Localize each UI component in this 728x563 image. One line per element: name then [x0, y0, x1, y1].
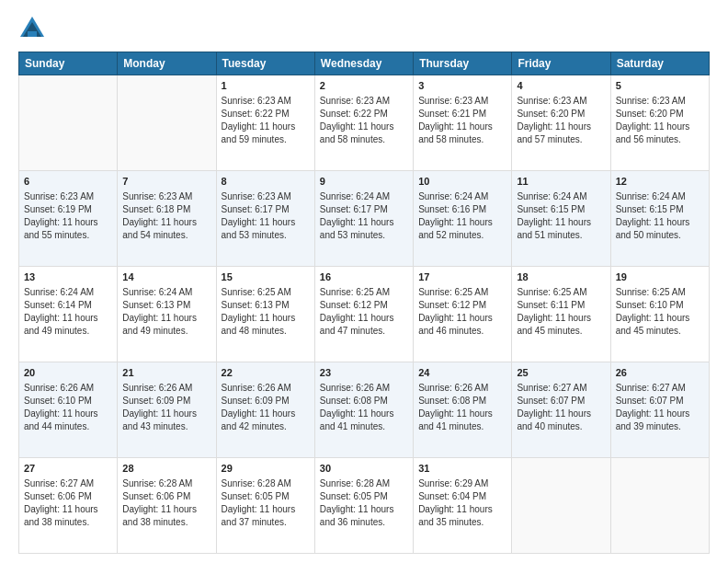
day-info: Daylight: 11 hours	[24, 503, 112, 516]
calendar-cell: 21Sunrise: 6:26 AMSunset: 6:09 PMDayligh…	[118, 362, 216, 458]
day-header-saturday: Saturday	[610, 52, 709, 75]
day-info: Sunrise: 6:24 AM	[320, 190, 408, 203]
calendar-table: SundayMondayTuesdayWednesdayThursdayFrid…	[18, 52, 710, 554]
day-number: 11	[517, 175, 605, 189]
day-header-monday: Monday	[118, 52, 216, 75]
day-info: Daylight: 11 hours	[418, 408, 506, 420]
day-number: 7	[122, 175, 210, 189]
calendar-cell: 27Sunrise: 6:27 AMSunset: 6:06 PMDayligh…	[19, 458, 118, 554]
calendar-cell: 16Sunrise: 6:25 AMSunset: 6:12 PMDayligh…	[314, 267, 413, 362]
calendar-cell: 30Sunrise: 6:28 AMSunset: 6:05 PMDayligh…	[314, 458, 413, 554]
day-info: and 55 minutes.	[24, 229, 112, 242]
day-info: Sunrise: 6:25 AM	[418, 286, 506, 299]
calendar-cell: 15Sunrise: 6:25 AMSunset: 6:13 PMDayligh…	[216, 267, 314, 362]
header	[18, 15, 710, 42]
calendar-cell: 13Sunrise: 6:24 AMSunset: 6:14 PMDayligh…	[19, 267, 118, 362]
calendar-cell: 28Sunrise: 6:28 AMSunset: 6:06 PMDayligh…	[118, 458, 216, 554]
logo	[18, 15, 50, 42]
day-info: Sunset: 6:16 PM	[418, 203, 506, 216]
day-info: and 50 minutes.	[616, 229, 704, 242]
calendar-cell: 19Sunrise: 6:25 AMSunset: 6:10 PMDayligh…	[610, 267, 709, 362]
day-info: Daylight: 11 hours	[616, 312, 704, 325]
svg-rect-2	[28, 31, 37, 37]
day-info: Sunset: 6:09 PM	[122, 395, 210, 408]
calendar-cell: 2Sunrise: 6:23 AMSunset: 6:22 PMDaylight…	[314, 75, 413, 171]
calendar-cell: 26Sunrise: 6:27 AMSunset: 6:07 PMDayligh…	[610, 362, 709, 458]
day-info: Sunset: 6:20 PM	[517, 108, 605, 121]
calendar-cell: 10Sunrise: 6:24 AMSunset: 6:16 PMDayligh…	[414, 171, 512, 267]
day-number: 1	[222, 79, 310, 93]
day-info: Sunrise: 6:24 AM	[418, 190, 506, 203]
day-info: and 51 minutes.	[517, 229, 605, 242]
day-info: Sunset: 6:05 PM	[222, 490, 310, 503]
day-info: Daylight: 11 hours	[320, 312, 408, 325]
day-info: Sunset: 6:06 PM	[24, 490, 112, 503]
day-info: and 47 minutes.	[320, 325, 408, 338]
day-number: 21	[122, 366, 210, 380]
day-number: 26	[616, 366, 704, 380]
day-number: 18	[517, 270, 605, 284]
day-info: Daylight: 11 hours	[418, 312, 506, 325]
calendar-cell	[19, 75, 118, 171]
day-info: Sunrise: 6:24 AM	[122, 286, 210, 299]
day-info: Daylight: 11 hours	[122, 503, 210, 516]
day-header-thursday: Thursday	[414, 52, 512, 75]
day-info: and 36 minutes.	[320, 516, 408, 529]
day-info: Sunrise: 6:23 AM	[517, 95, 605, 108]
day-info: Sunset: 6:04 PM	[418, 490, 506, 503]
day-info: Daylight: 11 hours	[616, 216, 704, 229]
calendar-cell: 23Sunrise: 6:26 AMSunset: 6:08 PMDayligh…	[314, 362, 413, 458]
logo-icon	[18, 15, 46, 42]
day-number: 10	[418, 175, 506, 189]
day-info: Sunset: 6:14 PM	[24, 299, 112, 312]
day-info: Sunrise: 6:26 AM	[122, 382, 210, 395]
day-info: Daylight: 11 hours	[616, 121, 704, 133]
day-info: Sunrise: 6:28 AM	[320, 477, 408, 490]
day-header-friday: Friday	[512, 52, 610, 75]
day-info: Daylight: 11 hours	[517, 312, 605, 325]
day-info: Sunrise: 6:25 AM	[517, 286, 605, 299]
day-info: Sunrise: 6:25 AM	[320, 286, 408, 299]
day-number: 6	[24, 175, 112, 189]
day-info: Daylight: 11 hours	[222, 503, 310, 516]
day-number: 8	[222, 175, 310, 189]
calendar-cell: 6Sunrise: 6:23 AMSunset: 6:19 PMDaylight…	[19, 171, 118, 267]
day-info: Sunrise: 6:27 AM	[24, 477, 112, 490]
calendar-cell	[610, 458, 709, 554]
day-info: Sunrise: 6:23 AM	[222, 190, 310, 203]
day-info: Sunset: 6:09 PM	[222, 395, 310, 408]
calendar-cell: 11Sunrise: 6:24 AMSunset: 6:15 PMDayligh…	[512, 171, 610, 267]
day-info: Sunset: 6:15 PM	[517, 203, 605, 216]
day-info: Sunrise: 6:23 AM	[418, 95, 506, 108]
calendar-cell: 1Sunrise: 6:23 AMSunset: 6:22 PMDaylight…	[216, 75, 314, 171]
day-number: 20	[24, 366, 112, 380]
day-number: 2	[320, 79, 408, 93]
day-info: Daylight: 11 hours	[320, 216, 408, 229]
calendar-cell: 8Sunrise: 6:23 AMSunset: 6:17 PMDaylight…	[216, 171, 314, 267]
calendar-cell: 17Sunrise: 6:25 AMSunset: 6:12 PMDayligh…	[414, 267, 512, 362]
day-info: Sunset: 6:10 PM	[616, 299, 704, 312]
day-info: Sunrise: 6:28 AM	[122, 477, 210, 490]
day-info: Daylight: 11 hours	[222, 216, 310, 229]
calendar-cell	[118, 75, 216, 171]
day-info: Sunrise: 6:23 AM	[616, 95, 704, 108]
day-info: and 53 minutes.	[320, 229, 408, 242]
day-info: Daylight: 11 hours	[222, 408, 310, 420]
day-header-wednesday: Wednesday	[314, 52, 413, 75]
day-info: Sunrise: 6:27 AM	[517, 382, 605, 395]
day-info: Sunrise: 6:25 AM	[222, 286, 310, 299]
day-info: Daylight: 11 hours	[122, 312, 210, 325]
day-info: Sunset: 6:08 PM	[418, 395, 506, 408]
day-number: 16	[320, 270, 408, 284]
calendar-cell: 5Sunrise: 6:23 AMSunset: 6:20 PMDaylight…	[610, 75, 709, 171]
day-info: Sunset: 6:15 PM	[616, 203, 704, 216]
day-info: and 42 minutes.	[222, 420, 310, 433]
day-info: and 52 minutes.	[418, 229, 506, 242]
day-info: Sunset: 6:11 PM	[517, 299, 605, 312]
day-info: Daylight: 11 hours	[24, 408, 112, 420]
day-info: Sunset: 6:05 PM	[320, 490, 408, 503]
day-info: Daylight: 11 hours	[418, 503, 506, 516]
day-number: 15	[222, 270, 310, 284]
day-info: Sunset: 6:12 PM	[418, 299, 506, 312]
day-info: Sunrise: 6:26 AM	[24, 382, 112, 395]
